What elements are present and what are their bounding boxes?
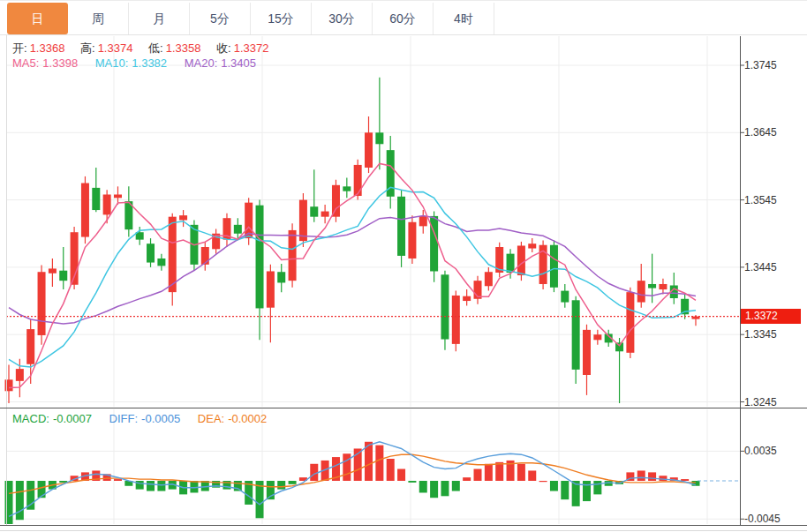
ohlc-info-row: 开:1.3368 高:1.3374 低:1.3358 收:1.3372 — [12, 41, 281, 56]
macd-info-row: MACD:-0.0007 DIFF:-0.0005 DEA:-0.0002 — [12, 412, 267, 425]
dea-value: -0.0002 — [228, 412, 267, 425]
ma5-label: MA5: — [12, 56, 39, 70]
diff-value: -0.0005 — [141, 412, 180, 425]
close-label: 收: — [216, 41, 231, 55]
open-label: 开: — [12, 41, 27, 55]
macd-axis-label: 0.0035 — [744, 444, 777, 458]
price-axis-label: 1.3245 — [744, 395, 777, 409]
high-value: 1.3374 — [98, 41, 133, 55]
macd-value: -0.0007 — [53, 412, 92, 425]
ma-info-row: MA5:1.3398 MA10:1.3382 MA20:1.3405 — [12, 56, 256, 70]
price-axis-label: 1.3345 — [744, 327, 777, 341]
diff-label: DIFF: — [109, 412, 139, 425]
current-price-badge: 1.3372 — [741, 309, 801, 324]
ma20-value: 1.3405 — [221, 56, 256, 70]
price-axis-label: 1.3745 — [744, 58, 777, 72]
ma5-value: 1.3398 — [42, 56, 78, 70]
low-label: 低: — [148, 41, 163, 55]
macd-axis-label: -0.0045 — [744, 512, 781, 526]
close-value: 1.3372 — [234, 41, 269, 55]
kline-chart-widget: 日周月5分15分30分60分4时 开:1.3368 高:1.3374 低:1.3… — [0, 0, 807, 532]
open-value: 1.3368 — [30, 41, 65, 55]
ma10-value: 1.3382 — [132, 56, 167, 70]
ma10-label: MA10: — [95, 56, 129, 70]
ma20-label: MA20: — [185, 56, 218, 70]
price-axis-label: 1.3545 — [744, 193, 777, 207]
low-value: 1.3358 — [166, 41, 201, 55]
price-axis-label: 1.3445 — [744, 260, 777, 274]
dea-label: DEA: — [198, 412, 224, 425]
price-axis-label: 1.3645 — [744, 125, 777, 139]
candlestick-chart[interactable] — [0, 0, 807, 532]
high-label: 高: — [80, 41, 95, 55]
macd-label: MACD: — [12, 412, 49, 425]
